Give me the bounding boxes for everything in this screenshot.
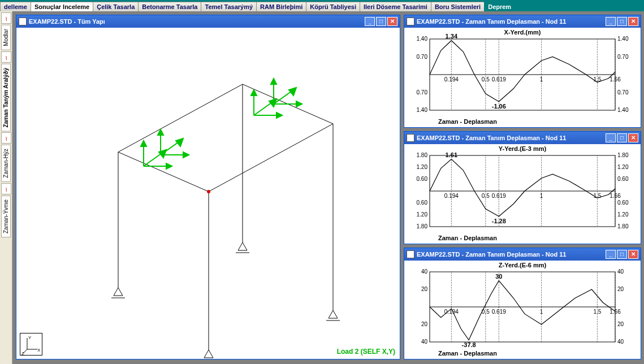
window-title-chart-z: EXAMP22.STD - Zaman Tanım Deplasman - No… [417,251,566,258]
svg-text:1.40: 1.40 [617,36,629,42]
svg-text:1.40: 1.40 [617,107,629,113]
svg-text:-37.8: -37.8 [462,341,476,348]
svg-text:0.60: 0.60 [417,176,428,182]
svg-text:1.80: 1.80 [417,223,428,229]
vertical-side-tabs: ⌇ Modlar ⌇ Zaman Taným Aralýðý ⌇ Zaman-H… [0,11,12,364]
sidetab-zaman-ivme-icon[interactable]: ⌇ [1,183,11,194]
svg-text:1.5: 1.5 [593,309,601,315]
sidetab-zaman-tanim-icon[interactable]: ⌇ [1,51,11,63]
close-button[interactable]: ✕ [628,133,638,142]
svg-marker-35 [204,350,213,358]
maximize-button[interactable]: □ [617,17,627,26]
titlebar-chart-x[interactable]: EXAMP22.STD - Zaman Tanım Deplasman - No… [404,15,641,28]
sidetab-zaman-hiz[interactable]: Zaman-Hýz [1,145,11,182]
svg-text:20: 20 [617,286,624,292]
titlebar-chart-y[interactable]: EXAMP22.STD - Zaman Tanım Deplasman - No… [404,132,641,144]
axis-orientation-widget[interactable]: Y X Z [20,333,42,356]
window-icon [19,18,27,25]
titlebar-chart-z[interactable]: EXAMP22.STD - Zaman Tanım Deplasman - No… [404,248,641,261]
window-chart-z: EXAMP22.STD - Zaman Tanım Deplasman - No… [404,248,641,359]
tab-sonuclar-inceleme[interactable]: Sonuçlar Inceleme [31,2,93,11]
svg-text:Y-Yerd.(E-3 mm): Y-Yerd.(E-3 mm) [499,145,547,152]
minimize-button[interactable]: _ [606,17,616,26]
svg-text:-1.06: -1.06 [492,103,506,110]
svg-text:0.5: 0.5 [482,76,490,83]
svg-text:30: 30 [495,273,502,280]
window-title-main: EXAMP22.STD - Tüm Yapı [29,18,105,25]
maximize-button[interactable]: □ [617,133,627,142]
tab-ram-birlesimi[interactable]: RAM Birleþimi [256,2,306,11]
svg-text:Z: Z [21,351,24,356]
tab-deprem[interactable]: Deprem [484,2,515,11]
sidetab-zaman-tanim-araligi[interactable]: Zaman Taným Aralýðý [1,64,11,132]
svg-marker-14 [276,112,282,118]
tab-ileri-doseme[interactable]: Ileri Döseme Tasarimi [360,2,431,11]
sidetab-zaman-hiz-icon[interactable]: ⌇ [1,132,11,144]
svg-marker-28 [159,150,166,158]
svg-text:Y: Y [28,335,32,340]
svg-marker-12 [251,90,257,96]
svg-text:0.619: 0.619 [492,309,506,315]
svg-marker-22 [176,138,183,146]
svg-text:1.40: 1.40 [417,36,428,42]
svg-text:-1.28: -1.28 [492,218,506,224]
sidetab-zaman-ivme[interactable]: Zaman-Ývme [1,196,11,237]
svg-text:0.70: 0.70 [417,54,428,60]
svg-text:0.70: 0.70 [617,89,629,96]
tab-delleme[interactable]: delleme [0,2,31,11]
svg-text:1.61: 1.61 [446,151,457,158]
svg-text:0.60: 0.60 [417,200,428,206]
svg-text:20: 20 [421,321,428,327]
window-icon [407,250,414,258]
chart-z-canvas[interactable]: 0.1940.50.61911.51.66404020202020404030-… [404,261,641,359]
tab-temel-tasarimi[interactable]: Temel Tasarýmý [201,2,257,11]
minimize-button[interactable]: _ [365,17,375,26]
svg-text:20: 20 [421,286,428,292]
svg-text:1: 1 [540,193,543,199]
window-main-structure: EXAMP22.STD - Tüm Yapı _ □ ✕ [16,15,400,359]
svg-text:0.70: 0.70 [417,89,428,96]
sidetab-modlar[interactable]: Modlar [1,25,11,50]
close-button[interactable]: ✕ [387,17,397,26]
chart-y-canvas[interactable]: 0.1940.50.61911.51.661.801.801.201.200.6… [404,144,641,244]
minimize-button[interactable]: _ [606,250,616,259]
svg-text:1.20: 1.20 [617,164,629,170]
svg-marker-20 [183,152,189,158]
svg-text:20: 20 [617,321,624,327]
titlebar-main[interactable]: EXAMP22.STD - Tüm Yapı _ □ ✕ [16,15,400,28]
close-button[interactable]: ✕ [628,250,638,259]
svg-text:0.60: 0.60 [617,176,629,182]
maximize-button[interactable]: □ [376,17,386,26]
svg-text:1.34: 1.34 [446,33,458,40]
svg-marker-24 [141,141,146,146]
window-title-chart-x: EXAMP22.STD - Zaman Tanım Deplasman - No… [417,18,566,25]
svg-marker-10 [289,88,296,96]
svg-marker-8 [296,101,302,107]
svg-text:X-Yerd.(mm): X-Yerd.(mm) [504,29,541,36]
window-chart-x: EXAMP22.STD - Zaman Tanım Deplasman - No… [404,15,641,128]
tab-kopru-tabliyesi[interactable]: Köprü Tabliyesi [306,2,360,11]
close-button[interactable]: ✕ [628,17,638,26]
maximize-button[interactable]: □ [617,250,627,259]
svg-text:0.619: 0.619 [492,76,506,83]
minimize-button[interactable]: _ [606,133,616,142]
window-chart-y: EXAMP22.STD - Zaman Tanım Deplasman - No… [404,131,641,244]
svg-text:0.60: 0.60 [617,200,629,206]
svg-text:1.40: 1.40 [417,107,428,113]
viewport-3d[interactable]: Y X Z Load 2 (SELF X,Y) [16,28,400,359]
chart-x-canvas[interactable]: 0.1940.50.61911.51.661.401.400.700.700.7… [404,28,641,127]
sidetab-modlar-icon[interactable]: ⌇ [1,12,11,24]
svg-text:0.5: 0.5 [482,193,490,199]
svg-text:40: 40 [421,339,428,345]
svg-text:0.619: 0.619 [492,193,506,199]
svg-text:Zaman - Deplasman: Zaman - Deplasman [438,350,497,357]
window-icon [407,18,414,25]
tab-boru-sistemleri[interactable]: Boru Sistemleri [431,2,485,11]
tab-betonarme-tasarla[interactable]: Betonarme Tasarla [138,2,201,11]
svg-text:1.20: 1.20 [417,164,428,170]
svg-text:1.80: 1.80 [617,152,629,158]
window-title-chart-y: EXAMP22.STD - Zaman Tanım Deplasman - No… [417,135,566,141]
svg-text:40: 40 [617,268,624,275]
tab-celik-tasarla[interactable]: Çelik Tasarla [93,2,139,11]
svg-text:0.194: 0.194 [444,193,459,199]
